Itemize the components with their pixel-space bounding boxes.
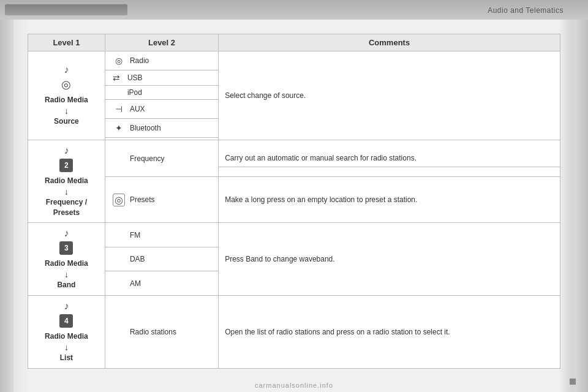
level2-frequency-cell: Frequency: [105, 140, 218, 177]
comment-list-cell: Open the list of radio stations and pres…: [219, 295, 560, 368]
level2-dab-cell: DAB: [105, 247, 218, 271]
comment-frequency-text: Carry out an automatic or manual search …: [219, 150, 560, 167]
level1-band-sublabel: Band: [57, 280, 75, 290]
usb-icon: ⇄: [110, 73, 123, 83]
level2-dab-row: DAB: [110, 253, 213, 265]
level1-band-cell: ♪ 3 Radio Media ↓ Band: [28, 223, 105, 296]
level2-usb-row: ⇄ USB: [105, 70, 218, 86]
table-row: ◎ Presets Make a long press on an empty …: [28, 177, 560, 223]
level2-usb-ipod-cell: ⇄ USB iPod: [105, 70, 218, 100]
level1-freq-arrow: ↓: [64, 187, 69, 196]
level2-presets-label: Presets: [130, 195, 155, 204]
music-note-icon-4: ♪: [64, 301, 69, 312]
header-level2: Level 2: [105, 34, 218, 51]
level2-radio-label: Radio: [130, 56, 149, 65]
level2-am-cell: AM: [105, 271, 218, 296]
level2-frequency-label: Frequency: [130, 154, 165, 163]
radio-target-icon: ◎: [61, 78, 71, 91]
comment-presets-text: Make a long press on an empty location t…: [219, 192, 560, 208]
level2-radiostations-cell: Radio stations: [105, 295, 218, 368]
table-row: ♪ 4 Radio Media ↓ List Radio stations: [28, 295, 560, 368]
level2-radio-cell: ◎ Radio: [105, 51, 218, 70]
table-row: ♪ ◎ Radio Media ↓ Source ◎ Radio S: [28, 51, 560, 70]
level1-source-icons: ♪ ◎ Radio Media ↓ Source: [33, 64, 100, 127]
level2-bluetooth-label: Bluetooth: [130, 124, 161, 132]
watermark-text: carmanualsonline.info: [255, 382, 333, 389]
level1-freq-label: Radio Media: [45, 176, 88, 186]
level1-band-arrow: ↓: [64, 270, 69, 279]
level1-source-cell: ♪ ◎ Radio Media ↓ Source: [28, 51, 105, 140]
presets-target-icon: ◎: [113, 194, 125, 206]
level1-list-icons: ♪ 4 Radio Media ↓ List: [33, 301, 100, 363]
content-area: Level 1 Level 2 Comments ♪ ◎ Radio Media…: [28, 34, 560, 364]
aux-icon: ⊣: [113, 104, 125, 114]
badge-4: 4: [59, 314, 73, 328]
level2-radiostations-row: Radio stations: [110, 326, 213, 338]
level2-fm-row: FM: [110, 229, 213, 241]
badge-3: 3: [59, 241, 73, 255]
band-icons-group: ♪ 3: [59, 228, 73, 255]
comment-freq-cell: Carry out an automatic or manual search …: [219, 140, 560, 177]
level2-bluetooth-cell: ✦ Bluetooth: [105, 119, 218, 138]
level1-list-label: Radio Media: [45, 331, 88, 342]
radio-circle-icon: ◎: [113, 56, 125, 66]
level2-aux-label: AUX: [130, 105, 145, 113]
level1-source-arrow: ↓: [64, 107, 69, 115]
comment-list-text: Open the list of radio stations and pres…: [225, 328, 450, 336]
bluetooth-icon: ✦: [113, 123, 125, 133]
comment-band-text: Press Band to change waveband.: [225, 255, 334, 263]
source-icons-group: ♪ ◎: [61, 64, 71, 91]
music-note-icon: ♪: [64, 64, 69, 75]
badge-2: 2: [59, 159, 73, 172]
music-note-icon-2: ♪: [64, 145, 69, 156]
table-row: ♪ 2 Radio Media ↓ Frequency /Presets Fre…: [28, 140, 560, 177]
table-row: ♪ 3 Radio Media ↓ Band FM Press B: [28, 223, 560, 247]
music-note-icon-3: ♪: [64, 228, 69, 239]
level2-am-row: AM: [110, 277, 213, 290]
top-bar-stripe: [5, 4, 127, 15]
left-sidebar: [0, 0, 13, 392]
comment-presets-cell: Make a long press on an empty location t…: [219, 177, 560, 223]
level2-ipod-row: iPod: [105, 86, 218, 99]
level2-presets-cell: ◎ Presets: [105, 177, 218, 223]
level2-am-label: AM: [130, 279, 141, 288]
level1-band-label: Radio Media: [45, 258, 88, 269]
level2-radio-row: ◎ Radio: [110, 54, 213, 67]
level1-source-label: Radio Media: [45, 95, 88, 105]
level2-radiostations-label: Radio stations: [130, 328, 176, 336]
level1-list-sublabel: List: [60, 353, 73, 363]
level2-fm-cell: FM: [105, 223, 218, 247]
level1-freq-cell: ♪ 2 Radio Media ↓ Frequency /Presets: [28, 140, 105, 223]
level2-aux-row: ⊣ AUX: [110, 102, 213, 116]
level2-bluetooth-row: ✦ Bluetooth: [110, 121, 213, 135]
level2-dab-label: DAB: [130, 255, 145, 263]
freq-icons-group: ♪ 2: [59, 145, 73, 172]
list-icons-group: ♪ 4: [59, 301, 73, 328]
level2-aux-cell: ⊣ AUX: [105, 100, 218, 119]
page-title: Audio and Telematics: [488, 6, 564, 15]
level2-presets-row: ◎ Presets: [110, 192, 213, 208]
level1-list-cell: ♪ 4 Radio Media ↓ List: [28, 295, 105, 368]
level1-freq-sublabel: Frequency /Presets: [46, 197, 87, 218]
level2-ipod-label: iPod: [127, 88, 142, 97]
header-comments: Comments: [219, 34, 560, 51]
comment-band-cell: Press Band to change waveband.: [219, 223, 560, 296]
level2-frequency-row: Frequency: [110, 153, 213, 165]
level2-usb-label: USB: [127, 74, 143, 82]
right-sidebar: [575, 0, 588, 392]
level1-freq-icons: ♪ 2 Radio Media ↓ Frequency /Presets: [33, 145, 100, 217]
level1-list-arrow: ↓: [64, 343, 69, 352]
level1-band-icons: ♪ 3 Radio Media ↓ Band: [33, 228, 100, 290]
level1-source-sublabel: Source: [54, 116, 79, 127]
comment-source-text: Select change of source.: [225, 91, 306, 100]
main-table: Level 1 Level 2 Comments ♪ ◎ Radio Media…: [28, 34, 560, 369]
level2-fm-label: FM: [130, 231, 140, 239]
bottom-square-icon: [570, 379, 576, 385]
comment-source-cell: Select change of source.: [219, 51, 560, 140]
header-level1: Level 1: [28, 34, 105, 51]
